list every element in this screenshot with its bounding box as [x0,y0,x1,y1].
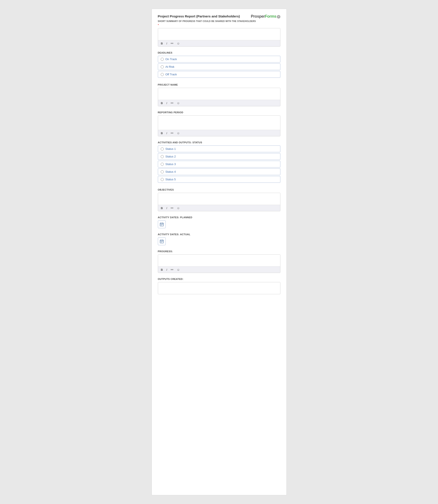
activities-radio-status4[interactable] [161,170,164,173]
progress-italic-button[interactable]: I [166,268,168,272]
activities-radio-status3[interactable] [161,163,164,166]
deadlines-radio-group: On Track At Risk Off Track [158,56,280,79]
reporting-period-italic-button[interactable]: I [166,131,168,135]
deadlines-radio-on-track[interactable] [161,58,164,61]
deadlines-option-at-risk[interactable]: At Risk [158,63,280,70]
outputs-created-section: OUTPUTS CREATED: [158,278,280,294]
project-name-link-button[interactable]: ⚯ [170,101,174,105]
activity-dates-planned-section: ACTIVITY DATES: PLANNED [158,216,280,228]
activities-label-status4: Status 4 [165,170,176,173]
deadlines-label-on-track: On Track [165,57,177,61]
objectives-emoji-button[interactable]: ☺ [176,206,181,210]
objectives-editor: B I ⚯ ☺ [158,193,280,211]
form-subtitle: SHORT SUMMARY OF PROGRESS THAT COULD BE … [158,20,280,22]
activities-radio-status1[interactable] [161,147,164,150]
prosper-logo: Prosper Forms ✕ [251,14,280,19]
deadlines-label: DEADLINES [158,52,280,54]
outputs-created-input[interactable] [158,282,280,293]
objectives-input[interactable] [158,193,280,204]
svg-rect-13 [161,241,161,242]
activities-status-label: ACTIVITIES AND OUTPUTS: STATUS [158,141,280,144]
summary-input[interactable] [158,28,280,39]
objectives-italic-button[interactable]: I [166,206,168,210]
summary-bold-button[interactable]: B [160,42,164,45]
close-button[interactable]: ✕ [277,15,280,19]
reporting-period-editor: B I ⚯ ☺ [158,116,280,136]
activities-label-status3: Status 3 [165,162,176,166]
deadlines-option-on-track[interactable]: On Track [158,56,280,63]
reporting-period-section: REPORTING PERIOD B I ⚯ ☺ [158,111,280,136]
form-header: Project Progress Report (Partners and St… [158,14,280,19]
activities-option-status2[interactable]: Status 2 [158,153,280,160]
progress-emoji-button[interactable]: ☺ [176,268,181,272]
activities-label-status5: Status 5 [165,178,176,181]
reporting-period-bold-button[interactable]: B [160,131,164,135]
activities-option-status1[interactable]: Status 1 [158,146,280,152]
form-container: Project Progress Report (Partners and St… [152,9,287,495]
progress-bold-button[interactable]: B [160,268,164,272]
progress-section: PROGRESS: B I ⚯ ☺ [158,250,280,273]
progress-label: PROGRESS: [158,250,280,253]
summary-emoji-button[interactable]: ☺ [176,41,181,45]
objectives-section: OBJECTIVES B I ⚯ ☺ [158,189,280,211]
activities-option-status5[interactable]: Status 5 [158,176,280,183]
required-indicator: * [158,23,280,27]
activities-option-status3[interactable]: Status 3 [158,161,280,168]
svg-rect-15 [163,241,163,242]
objectives-link-button[interactable]: ⚯ [170,206,174,210]
activities-option-status4[interactable]: Status 4 [158,168,280,175]
svg-rect-17 [162,242,162,242]
activities-radio-status5[interactable] [161,178,164,181]
activity-dates-actual-label: ACTIVITY DATES: ACTUAL [158,233,280,236]
reporting-period-link-button[interactable]: ⚯ [170,131,174,135]
summary-section: B I ⚯ ☺ [158,28,280,47]
project-name-toolbar: B I ⚯ ☺ [158,100,280,106]
outputs-created-editor [158,282,280,294]
activities-radio-status2[interactable] [161,155,164,158]
form-title: Project Progress Report (Partners and St… [158,14,249,19]
svg-rect-6 [163,224,163,225]
project-name-bold-button[interactable]: B [160,101,164,105]
deadlines-section: DEADLINES On Track At Risk Off Track [158,52,280,79]
svg-rect-4 [161,224,161,225]
summary-editor: B I ⚯ ☺ [158,28,280,47]
project-name-label: PROJECT NAME [158,84,280,86]
progress-link-button[interactable]: ⚯ [170,268,174,272]
summary-italic-button[interactable]: I [166,42,168,45]
project-name-editor: B I ⚯ ☺ [158,88,280,106]
deadlines-label-off-track: Off Track [165,73,177,76]
project-name-italic-button[interactable]: I [166,101,168,105]
progress-input[interactable] [158,255,280,265]
calendar-planned-icon [160,222,164,226]
svg-rect-8 [162,225,162,225]
reporting-period-label: REPORTING PERIOD [158,111,280,114]
svg-rect-7 [161,225,161,225]
deadlines-label-at-risk: At Risk [165,65,175,68]
outputs-created-label: OUTPUTS CREATED: [158,278,280,280]
activities-label-status2: Status 2 [165,155,176,158]
svg-rect-16 [161,242,161,242]
activity-dates-planned-calendar-button[interactable] [158,220,166,228]
project-name-emoji-button[interactable]: ☺ [176,101,181,105]
activities-status-section: ACTIVITIES AND OUTPUTS: STATUS Status 1 … [158,141,280,184]
deadlines-option-off-track[interactable]: Off Track [158,71,280,78]
project-name-input[interactable] [158,88,280,99]
activity-dates-actual-calendar-button[interactable] [158,237,166,245]
svg-rect-5 [162,224,162,225]
progress-toolbar: B I ⚯ ☺ [158,266,280,273]
progress-editor: B I ⚯ ☺ [158,254,280,273]
objectives-toolbar: B I ⚯ ☺ [158,205,280,211]
reporting-period-input[interactable] [158,116,280,129]
activities-status-radio-group: Status 1 Status 2 Status 3 Status 4 Stat… [158,146,280,184]
deadlines-radio-at-risk[interactable] [161,65,164,68]
summary-link-button[interactable]: ⚯ [170,41,174,45]
forms-logo-text: Forms [265,14,276,19]
deadlines-radio-off-track[interactable] [161,73,164,76]
reporting-period-emoji-button[interactable]: ☺ [176,131,181,135]
prosper-logo-text: Prosper [251,14,265,19]
objectives-bold-button[interactable]: B [160,206,164,210]
reporting-period-toolbar: B I ⚯ ☺ [158,130,280,136]
activity-dates-planned-label: ACTIVITY DATES: PLANNED [158,216,280,219]
calendar-actual-icon [160,239,164,243]
activities-label-status1: Status 1 [165,147,176,150]
